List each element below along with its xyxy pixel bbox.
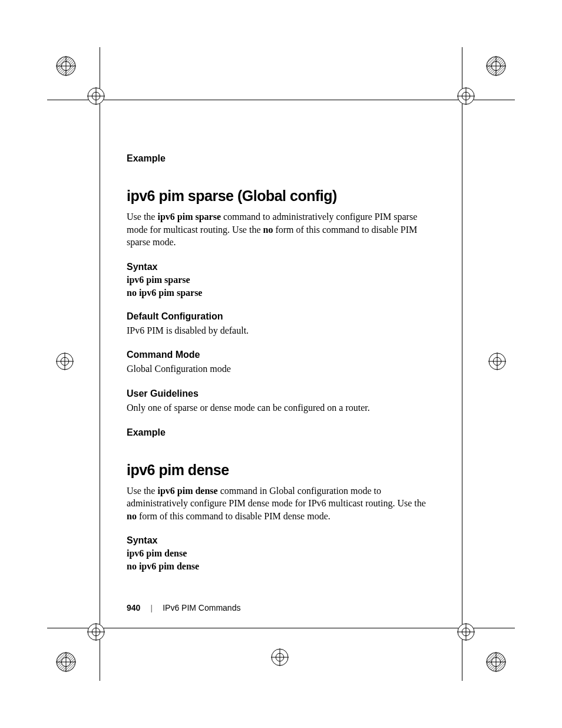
reg-mark-se-inner-icon — [457, 623, 475, 641]
reg-mark-nw-inner-icon — [87, 87, 105, 105]
keyword-no: no — [263, 225, 273, 235]
text: Use the — [127, 486, 157, 496]
text: form of this command to disable PIM dens… — [137, 511, 330, 521]
svg-point-45 — [276, 653, 284, 661]
heading-command-mode: Command Mode — [127, 350, 433, 360]
svg-point-37 — [61, 357, 69, 365]
syntax-line: no ipv6 pim dense — [127, 561, 433, 572]
reg-mark-ne-outer-icon — [486, 56, 506, 76]
heading-syntax: Syntax — [127, 262, 433, 272]
svg-point-19 — [57, 653, 75, 671]
paragraph-sparse-description: Use the ipv6 pim sparse command to admin… — [127, 210, 433, 249]
reg-mark-sw-outer-icon — [56, 652, 76, 672]
text: Use the — [127, 212, 157, 222]
svg-point-1 — [57, 57, 75, 75]
syntax-line: ipv6 pim dense — [127, 548, 433, 559]
svg-point-33 — [462, 628, 470, 636]
heading-example: Example — [127, 427, 433, 438]
svg-point-2 — [61, 61, 70, 70]
page-number: 940 — [127, 603, 140, 612]
keyword-no: no — [127, 511, 137, 521]
svg-point-28 — [487, 653, 505, 671]
svg-point-5 — [88, 88, 104, 104]
paragraph-dense-description: Use the ipv6 pim dense command in Global… — [127, 485, 433, 523]
page-footer: 940 | IPv6 PIM Commands — [127, 603, 240, 613]
crop-line-right — [462, 47, 462, 681]
heading-ipv6-pim-sparse: ipv6 pim sparse (Global config) — [127, 187, 433, 205]
svg-point-29 — [491, 657, 500, 666]
reg-mark-ne-inner-icon — [457, 87, 475, 105]
reg-mark-mid-bottom-icon — [271, 648, 289, 666]
svg-point-24 — [92, 628, 100, 636]
svg-point-41 — [493, 357, 501, 365]
reg-mark-sw-inner-icon — [87, 623, 105, 641]
cmd-name-sparse: ipv6 pim sparse — [157, 212, 221, 222]
svg-point-15 — [462, 92, 470, 100]
svg-point-20 — [61, 657, 70, 666]
svg-point-14 — [458, 88, 474, 104]
svg-point-6 — [92, 92, 100, 100]
page-content: Example ipv6 pim sparse (Global config) … — [127, 153, 433, 574]
crop-line-bottom — [47, 628, 515, 628]
paragraph-command-mode: Global Configuration mode — [127, 363, 433, 375]
heading-user-guidelines: User Guidelines — [127, 388, 433, 399]
svg-point-23 — [88, 624, 104, 640]
reg-mark-nw-outer-icon — [56, 56, 76, 76]
footer-title: IPv6 PIM Commands — [163, 603, 240, 612]
syntax-line: no ipv6 pim sparse — [127, 288, 433, 298]
heading-ipv6-pim-dense: ipv6 pim dense — [127, 462, 433, 479]
svg-point-40 — [489, 353, 505, 370]
svg-point-10 — [487, 57, 505, 75]
svg-point-36 — [57, 353, 73, 370]
svg-point-32 — [458, 624, 474, 640]
reg-mark-mid-right-icon — [488, 353, 506, 370]
heading-syntax: Syntax — [127, 535, 433, 546]
crop-line-top — [47, 100, 515, 100]
svg-point-44 — [272, 649, 288, 666]
heading-default-configuration: Default Configuration — [127, 311, 433, 322]
cmd-name-dense: ipv6 pim dense — [157, 486, 217, 496]
paragraph-user-guidelines: Only one of sparse or dense mode can be … — [127, 401, 433, 414]
svg-point-11 — [491, 61, 500, 70]
paragraph-default-configuration: IPv6 PIM is disabled by default. — [127, 324, 433, 337]
reg-mark-mid-left-icon — [56, 353, 74, 370]
footer-separator: | — [151, 604, 153, 612]
heading-example: Example — [127, 153, 433, 164]
crop-line-left — [100, 47, 100, 681]
reg-mark-se-outer-icon — [486, 652, 506, 672]
syntax-line: ipv6 pim sparse — [127, 275, 433, 285]
